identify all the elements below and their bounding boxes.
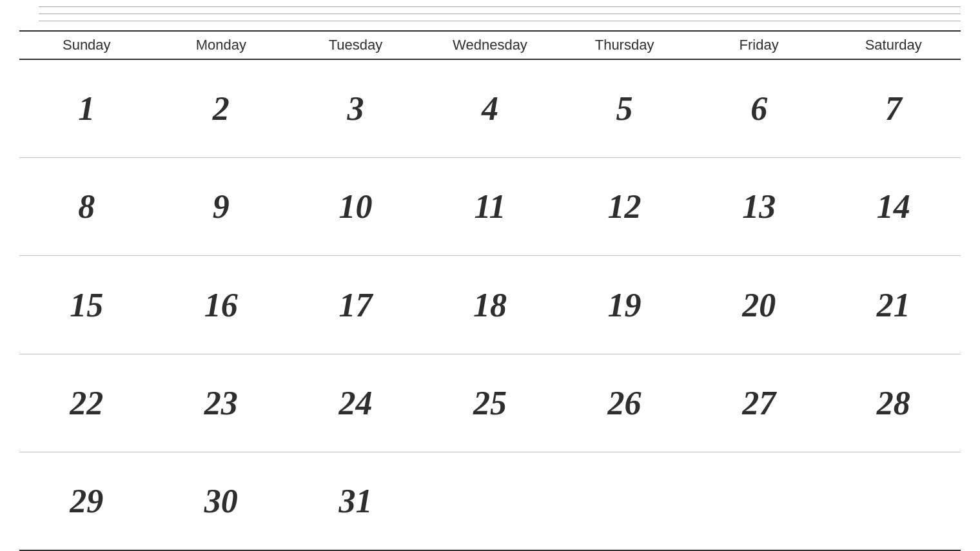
calendar-day-8: 8	[19, 158, 154, 255]
calendar-day-13: 13	[692, 158, 827, 255]
calendar-row-5: 293031	[19, 452, 961, 551]
day-number-28: 28	[877, 384, 910, 422]
calendar-day-16: 16	[154, 256, 289, 353]
calendar-container: SundayMondayTuesdayWednesdayThursdayFrid…	[0, 0, 980, 551]
day-number-19: 19	[608, 286, 642, 324]
calendar-day-27: 27	[692, 354, 827, 452]
day-number-12: 12	[608, 188, 642, 226]
calendar-day-5: 5	[557, 60, 692, 157]
day-number-10: 10	[338, 188, 372, 226]
day-number-9: 9	[213, 188, 230, 226]
calendar-day-22: 22	[19, 354, 154, 452]
calendar-day-17: 17	[288, 256, 423, 353]
calendar-day-1: 1	[19, 60, 154, 157]
day-number-31: 31	[338, 482, 372, 520]
day-header-sunday: Sunday	[19, 32, 154, 59]
calendar-day-11: 11	[423, 158, 558, 255]
day-header-saturday: Saturday	[826, 32, 961, 59]
calendar-day-23: 23	[154, 354, 289, 452]
calendar-day-25: 25	[423, 354, 558, 452]
calendar-day-21: 21	[826, 256, 961, 353]
calendar-empty-cell	[557, 452, 692, 550]
calendar-row-1: 1234567	[19, 60, 961, 158]
calendar-row-3: 15161718192021	[19, 256, 961, 354]
calendar-empty-cell	[423, 452, 558, 550]
day-number-8: 8	[78, 188, 95, 226]
day-number-23: 23	[204, 384, 238, 422]
day-number-4: 4	[482, 90, 498, 128]
calendar-day-12: 12	[557, 158, 692, 255]
header-line-2	[39, 14, 961, 14]
day-number-17: 17	[338, 286, 372, 324]
day-number-30: 30	[204, 482, 238, 520]
day-number-7: 7	[885, 90, 902, 128]
day-header-monday: Monday	[154, 32, 289, 59]
calendar-rows: 1234567891011121314151617181920212223242…	[19, 60, 961, 551]
calendar-day-9: 9	[154, 158, 289, 255]
calendar-day-7: 7	[826, 60, 961, 157]
header-lines	[39, 6, 961, 30]
day-number-5: 5	[616, 90, 633, 128]
day-number-20: 20	[742, 286, 776, 324]
day-number-24: 24	[338, 384, 372, 422]
calendar-day-20: 20	[692, 256, 827, 353]
day-number-16: 16	[204, 286, 238, 324]
day-header-thursday: Thursday	[557, 32, 692, 59]
day-header-tuesday: Tuesday	[288, 32, 423, 59]
calendar-day-28: 28	[826, 354, 961, 452]
calendar-day-10: 10	[288, 158, 423, 255]
calendar-day-3: 3	[288, 60, 423, 157]
calendar-day-15: 15	[19, 256, 154, 353]
header-section	[19, 0, 961, 30]
calendar-empty-cell	[826, 452, 961, 550]
day-number-11: 11	[474, 188, 505, 226]
calendar-empty-cell	[692, 452, 827, 550]
day-header-friday: Friday	[692, 32, 827, 59]
calendar-day-29: 29	[19, 452, 154, 550]
header-line-3	[39, 21, 961, 21]
calendar-day-31: 31	[288, 452, 423, 550]
calendar-day-19: 19	[557, 256, 692, 353]
day-number-25: 25	[473, 384, 507, 422]
calendar-day-30: 30	[154, 452, 289, 550]
calendar-day-4: 4	[423, 60, 558, 157]
day-header-wednesday: Wednesday	[423, 32, 558, 59]
calendar-day-26: 26	[557, 354, 692, 452]
calendar-day-18: 18	[423, 256, 558, 353]
calendar-row-2: 891011121314	[19, 158, 961, 256]
day-number-2: 2	[213, 90, 230, 128]
calendar-grid: SundayMondayTuesdayWednesdayThursdayFrid…	[19, 30, 961, 551]
day-number-13: 13	[742, 188, 776, 226]
day-number-15: 15	[70, 286, 103, 324]
day-number-1: 1	[78, 90, 95, 128]
day-number-18: 18	[473, 286, 507, 324]
day-number-27: 27	[742, 384, 776, 422]
calendar-day-24: 24	[288, 354, 423, 452]
day-number-26: 26	[608, 384, 642, 422]
calendar-row-4: 22232425262728	[19, 354, 961, 452]
day-number-22: 22	[70, 384, 103, 422]
day-number-3: 3	[347, 90, 364, 128]
calendar-day-14: 14	[826, 158, 961, 255]
day-headers: SundayMondayTuesdayWednesdayThursdayFrid…	[19, 32, 961, 60]
day-number-21: 21	[877, 286, 910, 324]
day-number-14: 14	[877, 188, 910, 226]
calendar-day-6: 6	[692, 60, 827, 157]
day-number-29: 29	[70, 482, 103, 520]
day-number-6: 6	[750, 90, 767, 128]
header-line-1	[39, 6, 961, 7]
calendar-day-2: 2	[154, 60, 289, 157]
